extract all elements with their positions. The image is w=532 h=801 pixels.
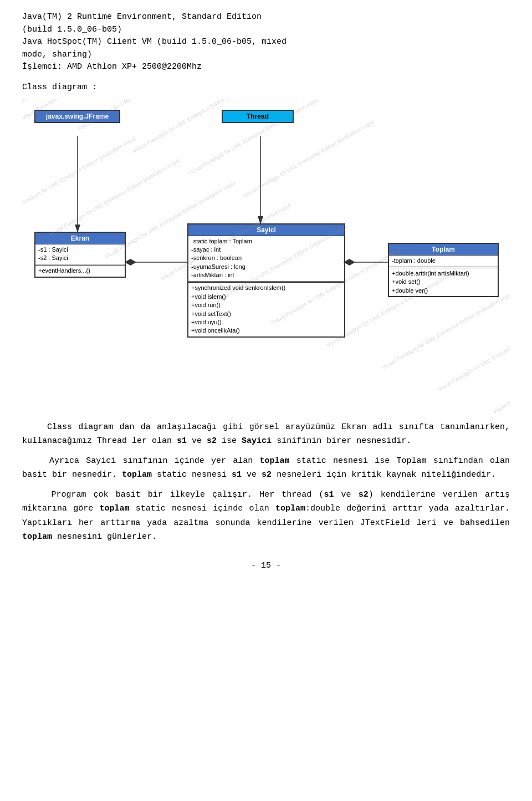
watermark-14: Visual Paradigm for UML Enterprise Editi…: [381, 290, 510, 370]
watermark-5: Visual Paradigm for UML Enterprise Editi…: [242, 118, 375, 198]
class-thread-header: Thread: [223, 111, 293, 122]
header-line2: (build 1.5.0_06-b05): [22, 24, 510, 37]
class-toplam-fields: -toplam : double: [389, 255, 498, 266]
header-section: Java(TM) 2 Runtime Environment, Standard…: [22, 11, 510, 74]
header-line5: İşlemci: AMD Athlon XP+ 2500@2200Mhz: [22, 61, 510, 74]
body-paragraph-3: Program çok basit bir ilkeyle çalışır. H…: [22, 488, 510, 544]
watermark-16: Visual Paradigm for UML Enterprise Editi…: [492, 334, 510, 415]
class-toplam-methods: +double.arttir(int artisMiktari) +void s…: [389, 268, 498, 296]
class-toplam-header: Toplam: [389, 244, 498, 255]
page-number: - 15 -: [22, 561, 510, 570]
watermark-7: Visual Paradigm for UML Enterprise Editi…: [22, 135, 137, 215]
class-jframe-header: javax.swing.JFrame: [35, 111, 119, 122]
class-sayici-methods: +synchronized void senkronIslem() +void …: [188, 282, 344, 336]
class-sayici-fields: -static toplam : Toplam -sayac : int -se…: [188, 236, 344, 281]
class-toplam: Toplam -toplam : double +double.arttir(i…: [388, 243, 499, 298]
class-sayici: Sayici -static toplam : Toplam -sayac : …: [187, 223, 345, 338]
class-ekran-header: Ekran: [35, 233, 125, 244]
class-ekran: Ekran -s1 : Sayici -s2 : Sayici +eventHa…: [34, 232, 126, 278]
watermark-3: Visual Paradigm for UML Enterprise Editi…: [131, 99, 264, 154]
header-line1: Java(TM) 2 Runtime Environment, Standard…: [22, 11, 510, 24]
diagram-label: Class diagram :: [22, 83, 510, 92]
body-paragraph-2: Ayrıca Sayici sınıfının içinde yer alan …: [22, 454, 510, 482]
watermark-1: Visual Paradigm for UML Enterprise Editi…: [22, 99, 142, 110]
class-sayici-header: Sayici: [188, 225, 344, 236]
header-line4: mode, sharing): [22, 49, 510, 62]
page-content: Java(TM) 2 Runtime Environment, Standard…: [22, 11, 510, 570]
class-ekran-methods: +eventHandlers...(): [35, 265, 125, 276]
class-jframe: javax.swing.JFrame: [34, 110, 120, 123]
body-paragraph-1: Class diagram dan da anlaşılacağı gibi g…: [22, 420, 510, 448]
watermark-8: Visual Paradigm for UML Enterprise Editi…: [48, 157, 181, 237]
watermark-15: Visual Paradigm for UML Enterprise Editi…: [436, 312, 510, 392]
diagram-area: Visual Paradigm for UML Enterprise Editi…: [22, 99, 510, 420]
class-ekran-fields: -s1 : Sayici -s2 : Sayici: [35, 244, 125, 264]
header-line3: Java HotSpot(TM) Client VM (build 1.5.0_…: [22, 36, 510, 49]
class-thread: Thread: [222, 110, 294, 123]
